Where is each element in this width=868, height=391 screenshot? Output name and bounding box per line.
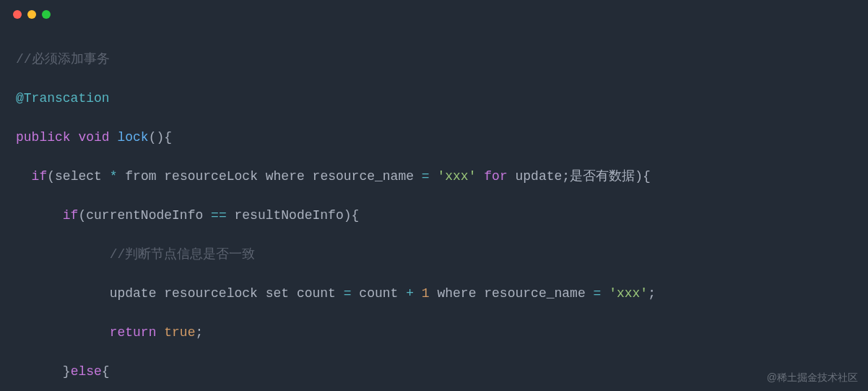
identifier: where: [266, 169, 305, 184]
comment: //必须添加事务: [16, 52, 110, 66]
keyword: return: [110, 325, 157, 340]
identifier: resourcelock: [164, 286, 258, 301]
operator: ==: [211, 208, 227, 223]
identifier: update: [516, 169, 563, 184]
keyword: if: [63, 208, 79, 223]
brace: }: [63, 364, 71, 379]
identifier: resource_name: [484, 286, 585, 301]
identifier: update: [110, 286, 157, 301]
code-editor: //必须添加事务 @Transcation publick void lock(…: [0, 26, 868, 391]
close-icon[interactable]: [13, 10, 22, 19]
keyword: publick: [16, 130, 71, 145]
brace: {: [352, 208, 360, 223]
annotation: @Transcation: [16, 91, 110, 106]
paren: ): [344, 208, 352, 223]
identifier: resourceLock: [164, 169, 258, 184]
indent: [16, 169, 32, 184]
code-line: publick void lock(){: [16, 128, 852, 147]
identifier: resultNodeInfo: [235, 208, 344, 223]
identifier: select: [55, 169, 102, 184]
semicolon: ;: [195, 325, 203, 340]
indent: [16, 208, 63, 223]
identifier: set: [266, 286, 289, 301]
comment: //判断节点信息是否一致: [110, 247, 256, 262]
brace: {: [164, 130, 172, 145]
code-line: }else{: [16, 362, 852, 382]
keyword: for: [484, 169, 507, 184]
paren: (: [149, 130, 157, 145]
keyword: if: [32, 169, 48, 184]
paren: (: [78, 208, 86, 223]
indent: [16, 247, 110, 262]
operator: *: [110, 169, 118, 184]
indent: [16, 286, 110, 301]
operator: =: [344, 286, 352, 301]
boolean: true: [164, 325, 195, 340]
indent: [16, 325, 110, 340]
function-name: lock: [117, 130, 148, 145]
paren: ): [635, 169, 643, 184]
brace: {: [643, 169, 651, 184]
string: 'xxx': [437, 169, 476, 184]
type: void: [78, 130, 109, 145]
identifier: resource_name: [313, 169, 414, 184]
identifier: currentNodeInfo: [86, 208, 203, 223]
operator: +: [406, 286, 414, 301]
semicolon: ;: [648, 286, 656, 301]
text: 是否有数据: [570, 169, 635, 184]
code-line: if(currentNodeInfo == resultNodeInfo){: [16, 206, 852, 225]
identifier: from: [125, 169, 156, 184]
window-traffic-lights: [0, 0, 868, 26]
code-line: @Transcation: [16, 89, 852, 108]
number: 1: [422, 286, 430, 301]
code-line: //必须添加事务: [16, 50, 852, 69]
code-line: if(select * from resourceLock where reso…: [16, 167, 852, 186]
code-line: update resourcelock set count = count + …: [16, 284, 852, 304]
operator: =: [422, 169, 430, 184]
code-line: return true;: [16, 323, 852, 343]
code-line: //判断节点信息是否一致: [16, 245, 852, 265]
watermark-text: @稀土掘金技术社区: [767, 370, 858, 385]
identifier: where: [437, 286, 476, 301]
indent: [16, 364, 63, 379]
semicolon: ;: [562, 169, 570, 184]
paren: (: [47, 169, 55, 184]
identifier: count: [297, 286, 336, 301]
paren: ): [157, 130, 165, 145]
identifier: count: [359, 286, 398, 301]
maximize-icon[interactable]: [42, 10, 51, 19]
operator: =: [594, 286, 602, 301]
keyword: else: [71, 364, 102, 379]
brace: {: [102, 364, 110, 379]
string: 'xxx': [609, 286, 648, 301]
minimize-icon[interactable]: [27, 10, 36, 19]
